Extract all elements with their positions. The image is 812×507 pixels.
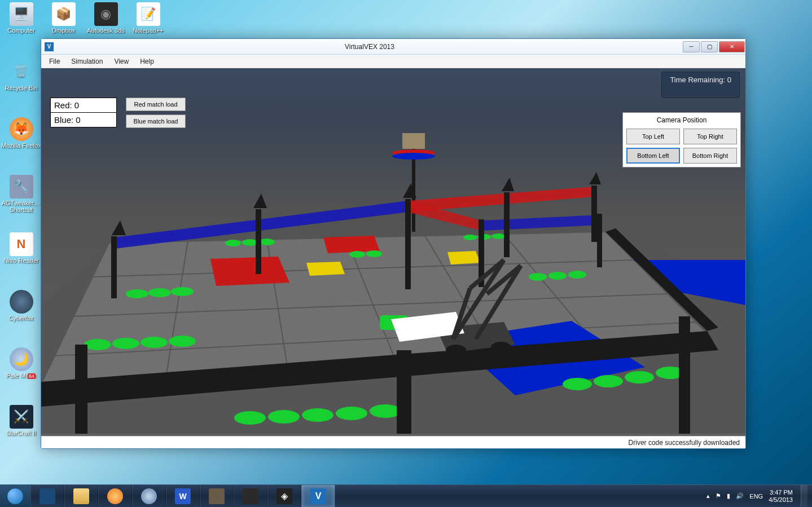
show-desktop-button[interactable] — [801, 485, 807, 508]
taskbar-palemoon[interactable] — [132, 485, 166, 508]
tray-flag-icon[interactable]: ⚑ — [716, 492, 721, 500]
svg-point-22 — [225, 240, 241, 246]
svg-point-36 — [169, 336, 196, 347]
system-tray: ▴ ⚑ ▮ 🔊 ENG 3:47 PM 4/5/2013 — [706, 485, 812, 508]
camera-top-right-button[interactable]: Top Right — [683, 129, 737, 144]
svg-point-27 — [463, 235, 477, 240]
svg-rect-55 — [111, 236, 117, 298]
desktop-icon-dropbox[interactable]: 📦Dropbox — [42, 2, 85, 42]
desktop-icon-computer[interactable]: 🖥️Computer — [0, 2, 42, 42]
svg-point-40 — [336, 407, 367, 420]
svg-marker-13 — [210, 257, 289, 286]
menu-help[interactable]: Help — [134, 56, 160, 67]
svg-rect-69 — [75, 345, 87, 434]
camera-panel: Camera Position Top Left Top Right Botto… — [622, 112, 741, 167]
svg-marker-52 — [408, 187, 594, 212]
svg-point-30 — [529, 273, 547, 281]
minimize-button[interactable]: ─ — [683, 41, 700, 52]
svg-point-35 — [141, 337, 168, 348]
camera-panel-title: Camera Position — [626, 116, 737, 124]
svg-point-20 — [148, 288, 171, 297]
tray-language[interactable]: ENG — [749, 493, 763, 500]
svg-point-37 — [234, 411, 266, 425]
svg-point-29 — [491, 233, 505, 239]
svg-rect-58 — [504, 192, 510, 257]
camera-top-left-button[interactable]: Top Left — [626, 129, 680, 144]
taskbar-powershell[interactable] — [30, 485, 64, 508]
svg-point-44 — [625, 371, 654, 383]
red-match-load-button[interactable]: Red match load — [126, 98, 186, 111]
svg-point-41 — [370, 404, 401, 418]
tray-network-icon[interactable]: ▮ — [727, 492, 730, 500]
taskbar-firefox[interactable] — [98, 485, 132, 508]
camera-bottom-left-button[interactable]: Bottom Left — [626, 148, 680, 164]
desktop-icon-recyclebin[interactable]: 🗑️Recycle Bin — [0, 60, 42, 99]
desktop-icon-starcraft[interactable]: ⚔️StarCraft II — [0, 405, 42, 444]
svg-rect-61 — [597, 214, 602, 267]
svg-point-80 — [446, 345, 466, 356]
svg-point-32 — [568, 271, 586, 279]
simulation-viewport[interactable]: Time Remaining: 0 Red: 0 Blue: 0 Red mat… — [41, 68, 745, 436]
desktop-icon-notepadpp[interactable]: 📝Notepad++ — [127, 2, 169, 42]
score-box: Red: 0 Blue: 0 — [50, 98, 117, 127]
desktop-icon-firefox[interactable]: 🦊Mozilla Firefox — [0, 117, 42, 157]
status-text: Driver code successfully downloaded — [629, 439, 740, 447]
svg-rect-47 — [402, 133, 425, 149]
time-remaining-label: Time Remaining: 0 — [670, 76, 731, 84]
taskbar-word[interactable]: W — [166, 485, 200, 508]
svg-marker-62 — [112, 221, 126, 235]
taskbar-3ds[interactable] — [234, 485, 267, 508]
svg-marker-14 — [323, 236, 380, 253]
titlebar[interactable]: V VirtualVEX 2013 ─ ▢ ✕ — [41, 39, 745, 55]
time-remaining-box: Time Remaining: 0 — [661, 72, 740, 98]
svg-point-39 — [302, 408, 333, 422]
taskbar-unity[interactable]: ◈ — [267, 485, 301, 508]
tray-clock[interactable]: 3:47 PM 4/5/2013 — [769, 489, 793, 504]
svg-point-38 — [268, 410, 300, 424]
maximize-button[interactable]: ▢ — [701, 41, 718, 52]
svg-point-21 — [171, 287, 194, 296]
desktop-icon-palemoon[interactable]: 🌙64Pale Moon — [0, 347, 42, 387]
svg-marker-63 — [253, 193, 267, 208]
blue-score: Blue: 0 — [51, 113, 116, 127]
taskbar-explorer[interactable] — [64, 485, 98, 508]
svg-marker-66 — [589, 172, 601, 184]
red-score: Red: 0 — [51, 98, 116, 113]
app-icon: V — [45, 42, 54, 51]
menu-file[interactable]: File — [43, 56, 65, 67]
desktop-icon-agtweaker[interactable]: 🔧AGTweaker.. - Shortcut — [0, 175, 42, 214]
svg-point-23 — [242, 239, 258, 246]
svg-point-24 — [259, 239, 275, 245]
match-load-buttons: Red match load Blue match load — [126, 98, 186, 131]
svg-point-31 — [548, 272, 567, 280]
taskbar-gimp[interactable] — [200, 485, 234, 508]
svg-rect-56 — [256, 209, 261, 274]
svg-point-34 — [112, 338, 139, 349]
svg-point-43 — [594, 375, 623, 387]
tray-chevron-icon[interactable]: ▴ — [706, 492, 710, 500]
taskbar-virtualvex[interactable]: V — [301, 485, 335, 508]
menu-view[interactable]: View — [108, 56, 134, 67]
start-button[interactable] — [0, 485, 30, 508]
blue-match-load-button[interactable]: Blue match load — [126, 114, 186, 128]
svg-point-19 — [126, 289, 148, 298]
camera-bottom-right-button[interactable]: Bottom Right — [683, 148, 737, 164]
menu-simulation[interactable]: Simulation — [65, 56, 108, 67]
taskbar: W ◈ V ▴ ⚑ ▮ 🔊 ENG 3:47 PM 4/5/2013 — [0, 484, 812, 507]
svg-rect-59 — [591, 186, 597, 242]
svg-marker-65 — [502, 178, 514, 191]
close-button[interactable]: ✕ — [719, 41, 745, 52]
svg-marker-17 — [306, 262, 345, 276]
svg-rect-71 — [679, 316, 690, 434]
desktop-icon-nitro[interactable]: NNitro Reader — [0, 232, 42, 272]
app-window: V VirtualVEX 2013 ─ ▢ ✕ File Simulation … — [41, 38, 746, 449]
svg-point-25 — [349, 251, 365, 258]
tray-volume-icon[interactable]: 🔊 — [736, 492, 744, 500]
desktop-icon-3ds[interactable]: ◉Autodesk 3ds — [85, 2, 127, 42]
menubar: File Simulation View Help — [41, 55, 745, 68]
svg-rect-57 — [405, 199, 411, 289]
desktop-icon-cyberfox[interactable]: Cyberfox — [0, 290, 42, 329]
svg-marker-54 — [481, 215, 600, 231]
svg-point-79 — [491, 342, 511, 353]
svg-point-50 — [392, 153, 435, 160]
